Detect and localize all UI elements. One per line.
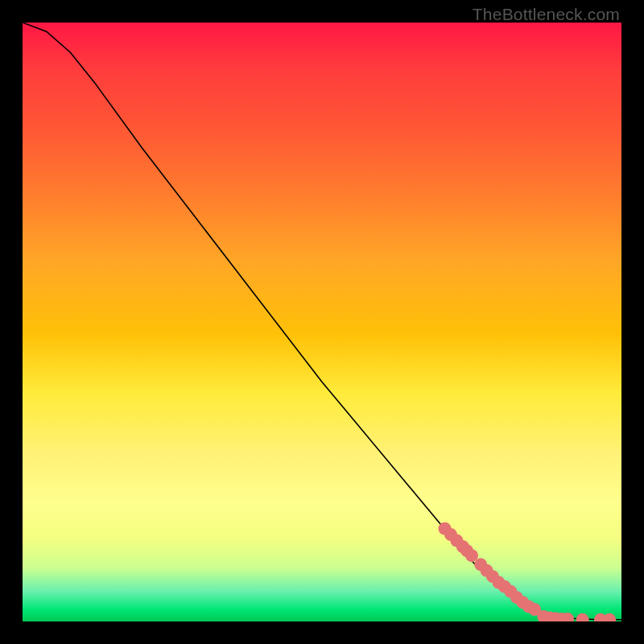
watermark-text: TheBottleneck.com [473,5,620,24]
chart-gradient-background [23,23,621,621]
